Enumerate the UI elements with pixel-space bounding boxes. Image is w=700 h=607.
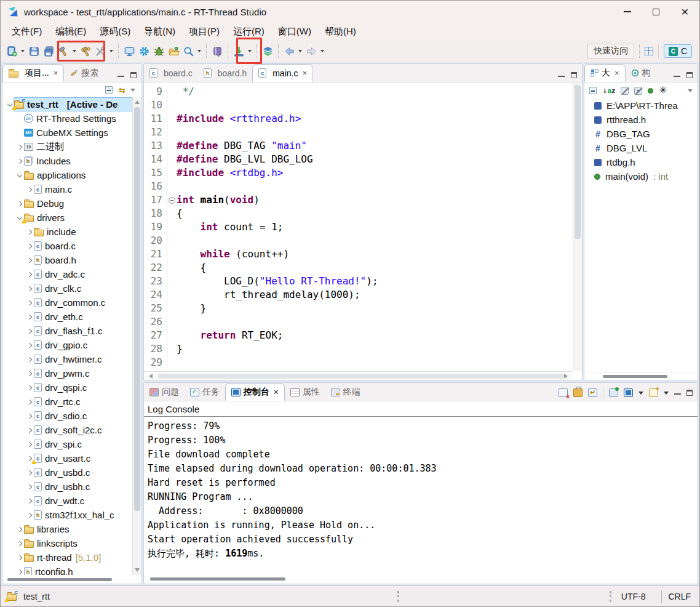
menu-item-2[interactable]: 源码(S) — [93, 24, 137, 39]
chevron-right-icon[interactable] — [25, 499, 34, 503]
tree-item[interactable]: cmain.c — [2, 182, 132, 196]
minimize-view-icon[interactable] — [117, 76, 124, 78]
chevron-right-icon[interactable] — [25, 287, 34, 291]
chevron-right-icon[interactable] — [15, 528, 24, 531]
tree-item[interactable]: hrtconfig.h — [2, 565, 132, 575]
display-console-dropdown-icon[interactable] — [638, 392, 643, 395]
tree-item[interactable]: hIncludes — [2, 154, 132, 168]
tree-item[interactable]: RTRT-Thread Settings — [2, 111, 132, 126]
menu-item-1[interactable]: 编辑(E) — [49, 24, 92, 39]
editor-tab-board.h[interactable]: hboard.h — [198, 64, 252, 82]
tree-item[interactable]: cdrv_rtc.c — [2, 395, 132, 409]
tree-item[interactable]: cdrv_adc.c — [2, 267, 132, 281]
open-perspective-icon[interactable] — [645, 47, 653, 55]
c-perspective-button[interactable]: C C — [664, 44, 692, 58]
chevron-right-icon[interactable] — [15, 159, 24, 163]
console-tab-terminal[interactable]: 终端 — [325, 383, 366, 401]
maximize-button[interactable] — [642, 1, 670, 23]
tree-item[interactable]: cdrv_usart.c — [2, 451, 132, 465]
chevron-right-icon[interactable] — [15, 202, 24, 206]
console-horizontal-scrollbar[interactable] — [150, 577, 285, 581]
chevron-right-icon[interactable] — [15, 556, 24, 560]
open-resource-button[interactable] — [166, 43, 181, 59]
chevron-right-icon[interactable] — [25, 386, 34, 390]
menu-item-6[interactable]: 窗口(W) — [272, 24, 317, 39]
maximize-view-icon[interactable] — [686, 390, 693, 396]
outline-item[interactable]: main(void) : int — [584, 169, 698, 183]
tree-item[interactable]: hboard.h — [2, 253, 132, 267]
menu-item-0[interactable]: 文件(F) — [6, 24, 48, 39]
download-dropdown-icon[interactable] — [248, 50, 252, 52]
menu-item-4[interactable]: 项目(P) — [183, 24, 226, 39]
outline-list[interactable]: E:\APP\RT-Threartthread.h#DBG_TAG#DBG_LV… — [584, 98, 698, 372]
maximize-view-icon[interactable] — [130, 72, 137, 78]
tree-item[interactable]: cdrv_pwm.c — [2, 366, 132, 380]
view-menu-icon[interactable] — [130, 89, 135, 92]
close-tab-icon[interactable]: × — [274, 387, 279, 396]
external-tools-dropdown-icon[interactable] — [109, 50, 113, 52]
chevron-right-icon[interactable] — [25, 372, 34, 376]
collapse-all-icon[interactable] — [589, 87, 597, 94]
new-wizard-button[interactable] — [4, 43, 19, 59]
menu-item-7[interactable]: 帮助(H) — [319, 24, 362, 39]
terminal-button[interactable] — [122, 43, 137, 59]
sort-icon[interactable]: ↓az — [602, 87, 615, 94]
outline-item[interactable]: E:\APP\RT-Threa — [584, 98, 698, 113]
tree-horizontal-scrollbar[interactable] — [7, 578, 112, 581]
chevron-right-icon[interactable] — [25, 273, 34, 276]
layers-button[interactable] — [260, 43, 275, 59]
chevron-right-icon[interactable] — [25, 400, 34, 404]
minimize-view-icon[interactable] — [674, 393, 681, 395]
chevron-right-icon[interactable] — [25, 301, 34, 305]
editor-vertical-scrollbar[interactable] — [573, 82, 582, 371]
hide-non-public-icon[interactable] — [648, 88, 653, 94]
menu-item-5[interactable]: 运行(R) — [227, 24, 271, 39]
tree-item[interactable]: cdrv_eth.c — [2, 310, 132, 324]
tree-item[interactable]: drivers — [2, 211, 132, 225]
close-tab-icon[interactable]: × — [54, 68, 58, 78]
tree-item[interactable]: hstm32f1xx_hal_c — [2, 508, 132, 522]
tree-item[interactable]: cdrv_flash_f1.c — [2, 324, 132, 338]
quick-access-button[interactable]: 快速访问 — [587, 44, 634, 58]
hide-static-members-icon[interactable]: s — [634, 87, 642, 95]
editor-tab-main.c[interactable]: cmain.c× — [252, 64, 313, 82]
clear-console-icon[interactable] — [559, 388, 568, 397]
link-with-editor-icon[interactable]: ⇆ — [119, 86, 124, 95]
collapse-all-icon[interactable] — [105, 86, 113, 94]
display-console-icon[interactable] — [624, 388, 633, 397]
maximize-view-icon[interactable] — [686, 72, 693, 78]
view-menu-icon[interactable] — [688, 89, 693, 92]
tree-item[interactable]: cdrv_qspi.c — [2, 380, 132, 395]
close-button[interactable]: × — [670, 1, 699, 23]
tree-item[interactable]: cboard.c — [2, 239, 132, 253]
save-button[interactable] — [26, 43, 41, 59]
tree-item[interactable]: cdrv_clk.c — [2, 281, 132, 295]
code-editor[interactable]: 9 */1011#include <rtthread.h>1213#define… — [144, 82, 582, 380]
console-tab-properties[interactable]: 属性 — [285, 383, 325, 401]
forward-dropdown-icon[interactable] — [320, 50, 324, 52]
chevron-right-icon[interactable] — [25, 358, 34, 361]
hide-inactive-icon[interactable]: ✳ — [659, 87, 667, 94]
save-all-button[interactable] — [41, 43, 56, 59]
minimize-view-icon[interactable] — [674, 76, 680, 78]
tab-search[interactable]: 搜索 — [64, 64, 104, 82]
console-tab-problems[interactable]: 问题 — [144, 383, 185, 401]
status-line-ending[interactable]: CRLF — [662, 592, 693, 601]
chevron-down-icon[interactable] — [15, 174, 24, 177]
pin-console-icon[interactable] — [609, 388, 618, 397]
debug-bug-button[interactable] — [151, 43, 166, 59]
tree-item[interactable]: linkscripts — [2, 536, 132, 550]
chevron-right-icon[interactable] — [25, 259, 34, 262]
tree-item[interactable]: libraries — [2, 522, 132, 536]
editor-horizontal-scrollbar[interactable] — [144, 371, 573, 380]
outline-item[interactable]: #DBG_LVL — [584, 141, 698, 155]
close-tab-icon[interactable]: × — [302, 68, 307, 78]
download-flash-button[interactable] — [231, 43, 246, 59]
open-console-icon[interactable] — [649, 388, 658, 397]
chevron-right-icon[interactable] — [25, 344, 34, 347]
console-tab-console[interactable]: 控制台× — [225, 383, 285, 401]
new-dropdown-icon[interactable] — [21, 50, 25, 52]
chevron-right-icon[interactable] — [25, 414, 34, 418]
settings-gear-button[interactable] — [137, 43, 151, 59]
chevron-right-icon[interactable] — [25, 513, 34, 517]
